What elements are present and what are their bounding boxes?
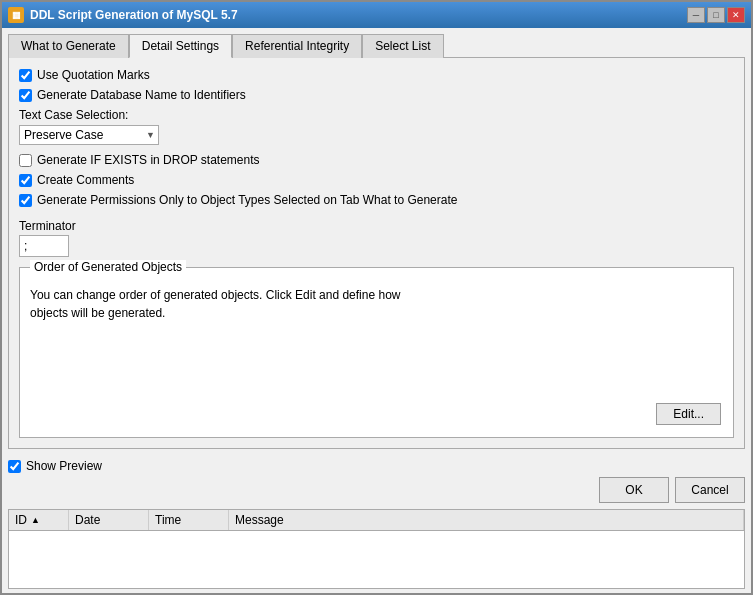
content-area: What to Generate Detail Settings Referen… [2,28,751,455]
create-comments-checkbox[interactable] [19,174,32,187]
terminator-input[interactable] [19,235,69,257]
order-box-description: You can change order of generated object… [30,286,410,322]
ok-cancel-row: OK Cancel [8,477,745,503]
text-case-dropdown-container: Preserve Case Upper Case Lower Case ▼ [19,125,159,145]
use-quotation-marks-label: Use Quotation Marks [37,68,150,82]
generate-permissions-checkbox[interactable] [19,194,32,207]
window-title: DDL Script Generation of MySQL 5.7 [30,8,238,22]
order-of-generated-objects-box: Order of Generated Objects You can chang… [19,267,734,438]
column-header-time: Time [149,510,229,530]
text-case-label: Text Case Selection: [19,108,734,122]
order-box-title: Order of Generated Objects [30,260,186,274]
main-window: ▦ DDL Script Generation of MySQL 5.7 ─ □… [0,0,753,595]
show-preview-label: Show Preview [26,459,102,473]
title-bar-left: ▦ DDL Script Generation of MySQL 5.7 [8,7,238,23]
tab-bar: What to Generate Detail Settings Referen… [8,34,745,58]
minimize-button[interactable]: ─ [687,7,705,23]
use-quotation-marks-checkbox[interactable] [19,69,32,82]
column-header-date: Date [69,510,149,530]
generate-permissions-row: Generate Permissions Only to Object Type… [19,193,734,207]
log-table: ID ▲ Date Time Message [8,509,745,589]
bottom-area: Show Preview OK Cancel ID ▲ Date Time Me… [2,455,751,593]
generate-db-name-label: Generate Database Name to Identifiers [37,88,246,102]
title-controls: ─ □ ✕ [687,7,745,23]
generate-db-name-checkbox[interactable] [19,89,32,102]
tab-select-list[interactable]: Select List [362,34,443,58]
generate-db-name-row: Generate Database Name to Identifiers [19,88,734,102]
maximize-button[interactable]: □ [707,7,725,23]
edit-button[interactable]: Edit... [656,403,721,425]
generate-permissions-label: Generate Permissions Only to Object Type… [37,193,457,207]
tab-detail-settings[interactable]: Detail Settings [129,34,232,58]
text-case-dropdown[interactable]: Preserve Case Upper Case Lower Case [19,125,159,145]
show-preview-checkbox[interactable] [8,460,21,473]
generate-if-exists-row: Generate IF EXISTS in DROP statements [19,153,734,167]
close-button[interactable]: ✕ [727,7,745,23]
generate-if-exists-checkbox[interactable] [19,154,32,167]
terminator-section: Terminator [19,219,734,257]
use-quotation-marks-row: Use Quotation Marks [19,68,734,82]
column-header-message: Message [229,510,744,530]
terminator-label: Terminator [19,219,734,233]
tab-referential-integrity[interactable]: Referential Integrity [232,34,362,58]
create-comments-row: Create Comments [19,173,734,187]
tab-panel-detail-settings: Use Quotation Marks Generate Database Na… [8,57,745,449]
show-preview-row: Show Preview [8,459,745,473]
title-bar: ▦ DDL Script Generation of MySQL 5.7 ─ □… [2,2,751,28]
create-comments-label: Create Comments [37,173,134,187]
text-case-dropdown-wrap: Preserve Case Upper Case Lower Case ▼ [19,125,734,145]
generate-if-exists-label: Generate IF EXISTS in DROP statements [37,153,260,167]
sort-arrow-icon: ▲ [31,515,40,525]
app-icon: ▦ [8,7,24,23]
table-header: ID ▲ Date Time Message [9,510,744,531]
ok-button[interactable]: OK [599,477,669,503]
tab-what-to-generate[interactable]: What to Generate [8,34,129,58]
cancel-button[interactable]: Cancel [675,477,745,503]
table-body [9,531,744,581]
column-header-id: ID ▲ [9,510,69,530]
